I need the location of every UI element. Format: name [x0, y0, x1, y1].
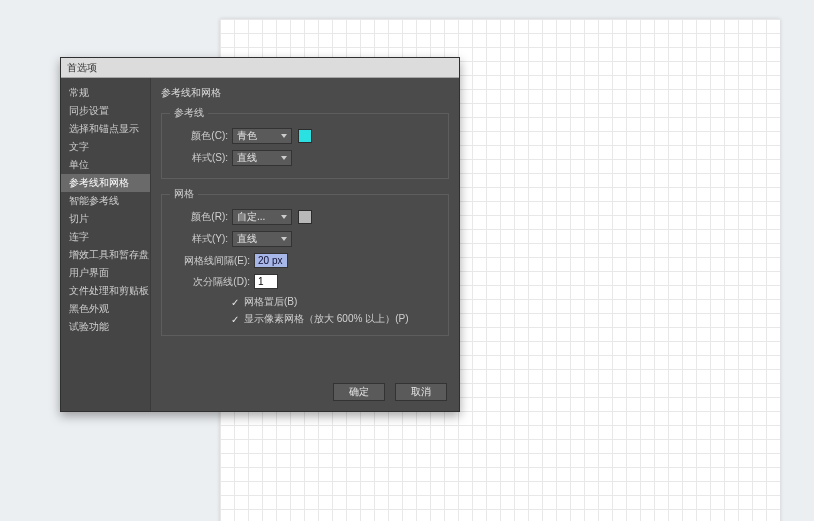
preferences-dialog: 首选项 常规 同步设置 选择和锚点显示 文字 单位 参考线和网格 智能参考线 切…: [60, 57, 460, 412]
dialog-titlebar[interactable]: 首选项: [61, 58, 459, 78]
grid-style-label: 样式(Y):: [170, 232, 228, 246]
grid-color-swatch[interactable]: [298, 210, 312, 224]
grid-subdiv-input[interactable]: 1: [254, 274, 278, 289]
guides-group: 参考线 颜色(C): 青色 样式(S): 直线: [161, 106, 449, 179]
grid-color-label: 颜色(R):: [170, 210, 228, 224]
sidebar-item-units[interactable]: 单位: [61, 156, 150, 174]
dialog-footer: 确定 取消: [333, 383, 447, 401]
grid-pixel-label: 显示像素网格（放大 600% 以上）(P): [244, 312, 408, 326]
guides-color-swatch[interactable]: [298, 129, 312, 143]
cancel-button[interactable]: 取消: [395, 383, 447, 401]
guides-style-select[interactable]: 直线: [232, 150, 292, 166]
grid-subdiv-label: 次分隔线(D):: [170, 275, 250, 289]
grid-back-checkbox[interactable]: ✓ 网格置后(B): [230, 295, 440, 309]
preferences-sidebar: 常规 同步设置 选择和锚点显示 文字 单位 参考线和网格 智能参考线 切片 连字…: [61, 78, 151, 411]
sidebar-item-type[interactable]: 文字: [61, 138, 150, 156]
sidebar-item-smart-guides[interactable]: 智能参考线: [61, 192, 150, 210]
sidebar-item-slices[interactable]: 切片: [61, 210, 150, 228]
content-heading: 参考线和网格: [161, 86, 449, 100]
sidebar-item-black[interactable]: 黑色外观: [61, 300, 150, 318]
grid-legend: 网格: [170, 187, 198, 201]
guides-style-label: 样式(S):: [170, 151, 228, 165]
grid-spacing-label: 网格线间隔(E):: [170, 254, 250, 268]
sidebar-item-plugins[interactable]: 增效工具和暂存盘: [61, 246, 150, 264]
sidebar-item-guides-grid[interactable]: 参考线和网格: [61, 174, 150, 192]
grid-pixel-checkbox[interactable]: ✓ 显示像素网格（放大 600% 以上）(P): [230, 312, 440, 326]
guides-color-label: 颜色(C):: [170, 129, 228, 143]
grid-back-label: 网格置后(B): [244, 295, 297, 309]
ok-button[interactable]: 确定: [333, 383, 385, 401]
check-icon: ✓: [230, 297, 240, 308]
check-icon: ✓: [230, 314, 240, 325]
sidebar-item-sync[interactable]: 同步设置: [61, 102, 150, 120]
grid-style-select[interactable]: 直线: [232, 231, 292, 247]
sidebar-item-hyphenation[interactable]: 连字: [61, 228, 150, 246]
sidebar-item-experimental[interactable]: 试验功能: [61, 318, 150, 336]
sidebar-item-file-handling[interactable]: 文件处理和剪贴板: [61, 282, 150, 300]
sidebar-item-selection[interactable]: 选择和锚点显示: [61, 120, 150, 138]
grid-color-select[interactable]: 自定...: [232, 209, 292, 225]
sidebar-item-general[interactable]: 常规: [61, 84, 150, 102]
guides-legend: 参考线: [170, 106, 208, 120]
preferences-content: 参考线和网格 参考线 颜色(C): 青色 样式(S): 直线 网格 颜色(R):…: [151, 78, 459, 411]
sidebar-item-ui[interactable]: 用户界面: [61, 264, 150, 282]
grid-spacing-input[interactable]: 20 px: [254, 253, 288, 268]
guides-color-select[interactable]: 青色: [232, 128, 292, 144]
grid-group: 网格 颜色(R): 自定... 样式(Y): 直线 网格线间隔(E): 20 p…: [161, 187, 449, 336]
dialog-title: 首选项: [67, 62, 97, 73]
